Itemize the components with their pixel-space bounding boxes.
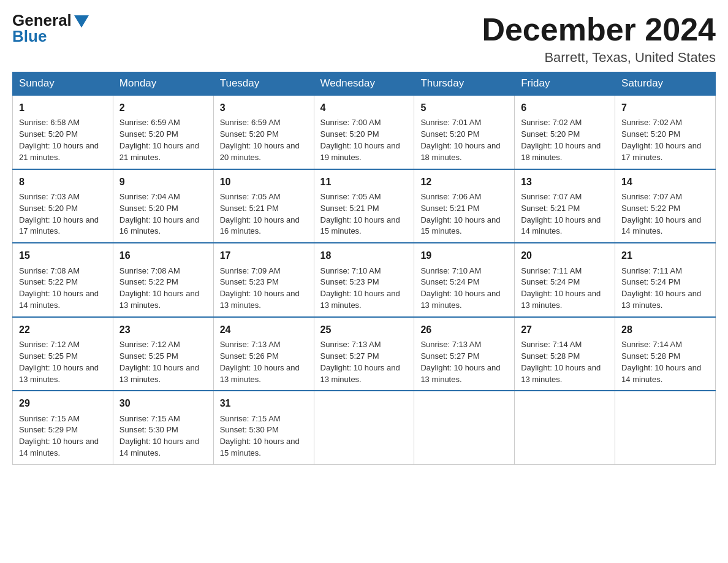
day-number: 23 [119,323,207,337]
day-info: Sunrise: 7:09 AMSunset: 5:23 PMDaylight:… [220,266,308,312]
week-row-4: 22Sunrise: 7:12 AMSunset: 5:25 PMDayligh… [13,317,716,391]
day-number: 30 [119,396,207,410]
day-number: 27 [521,323,609,337]
day-info: Sunrise: 7:14 AMSunset: 5:28 PMDaylight:… [621,339,709,385]
calendar-header-row: SundayMondayTuesdayWednesdayThursdayFrid… [13,72,716,96]
week-row-3: 15Sunrise: 7:08 AMSunset: 5:22 PMDayligh… [13,243,716,317]
calendar-cell: 12Sunrise: 7:06 AMSunset: 5:21 PMDayligh… [414,169,515,243]
calendar-cell [414,391,515,464]
calendar-cell: 11Sunrise: 7:05 AMSunset: 5:21 PMDayligh… [314,169,414,243]
calendar-cell: 4Sunrise: 7:00 AMSunset: 5:20 PMDaylight… [314,95,414,169]
week-row-1: 1Sunrise: 6:58 AMSunset: 5:20 PMDaylight… [13,95,716,169]
day-info: Sunrise: 7:08 AMSunset: 5:22 PMDaylight:… [119,266,207,312]
calendar-cell: 15Sunrise: 7:08 AMSunset: 5:22 PMDayligh… [13,243,113,317]
calendar-cell: 9Sunrise: 7:04 AMSunset: 5:20 PMDaylight… [113,169,213,243]
logo: General Blue [12,12,89,44]
calendar-cell [314,391,414,464]
day-number: 16 [119,248,207,262]
calendar-cell: 23Sunrise: 7:12 AMSunset: 5:25 PMDayligh… [113,317,213,391]
calendar-cell: 3Sunrise: 6:59 AMSunset: 5:20 PMDaylight… [213,95,314,169]
day-number: 26 [420,323,508,337]
day-info: Sunrise: 7:02 AMSunset: 5:20 PMDaylight:… [521,117,609,163]
calendar-cell: 2Sunrise: 6:59 AMSunset: 5:20 PMDaylight… [113,95,213,169]
calendar-cell: 8Sunrise: 7:03 AMSunset: 5:20 PMDaylight… [13,169,113,243]
day-number: 11 [320,175,408,189]
header-sunday: Sunday [13,72,113,96]
day-number: 28 [621,323,709,337]
day-info: Sunrise: 7:03 AMSunset: 5:20 PMDaylight:… [19,191,107,237]
calendar-cell [615,391,716,464]
day-info: Sunrise: 7:15 AMSunset: 5:30 PMDaylight:… [220,413,308,459]
week-row-5: 29Sunrise: 7:15 AMSunset: 5:29 PMDayligh… [13,391,716,464]
day-number: 9 [119,175,207,189]
week-row-2: 8Sunrise: 7:03 AMSunset: 5:20 PMDaylight… [13,169,716,243]
day-number: 25 [320,323,408,337]
calendar-cell: 24Sunrise: 7:13 AMSunset: 5:26 PMDayligh… [213,317,314,391]
day-info: Sunrise: 7:00 AMSunset: 5:20 PMDaylight:… [320,117,408,163]
day-number: 2 [119,101,207,115]
day-info: Sunrise: 7:14 AMSunset: 5:28 PMDaylight:… [521,339,609,385]
day-number: 14 [621,175,709,189]
day-number: 22 [19,323,107,337]
day-number: 7 [621,101,709,115]
calendar-cell: 19Sunrise: 7:10 AMSunset: 5:24 PMDayligh… [414,243,515,317]
day-number: 3 [220,101,308,115]
day-number: 10 [220,175,308,189]
logo-blue: Blue [12,28,47,44]
day-info: Sunrise: 7:02 AMSunset: 5:20 PMDaylight:… [621,117,709,163]
day-number: 19 [420,248,508,262]
calendar-cell: 21Sunrise: 7:11 AMSunset: 5:24 PMDayligh… [615,243,716,317]
page-header: General Blue December 2024 Barrett, Texa… [12,12,716,66]
day-number: 21 [621,248,709,262]
calendar-cell: 7Sunrise: 7:02 AMSunset: 5:20 PMDaylight… [615,95,716,169]
day-info: Sunrise: 7:15 AMSunset: 5:29 PMDaylight:… [19,413,107,459]
day-number: 1 [19,101,107,115]
calendar-cell: 25Sunrise: 7:13 AMSunset: 5:27 PMDayligh… [314,317,414,391]
day-number: 6 [521,101,609,115]
calendar-cell: 17Sunrise: 7:09 AMSunset: 5:23 PMDayligh… [213,243,314,317]
calendar-cell [515,391,615,464]
day-info: Sunrise: 7:01 AMSunset: 5:20 PMDaylight:… [420,117,508,163]
day-number: 24 [220,323,308,337]
day-info: Sunrise: 7:10 AMSunset: 5:24 PMDaylight:… [420,266,508,312]
day-number: 17 [220,248,308,262]
calendar-cell: 27Sunrise: 7:14 AMSunset: 5:28 PMDayligh… [515,317,615,391]
header-saturday: Saturday [615,72,716,96]
logo-triangle-icon [74,15,89,28]
header-thursday: Thursday [414,72,515,96]
day-number: 29 [19,396,107,410]
calendar-cell: 18Sunrise: 7:10 AMSunset: 5:23 PMDayligh… [314,243,414,317]
calendar-cell: 5Sunrise: 7:01 AMSunset: 5:20 PMDaylight… [414,95,515,169]
day-number: 13 [521,175,609,189]
day-info: Sunrise: 6:59 AMSunset: 5:20 PMDaylight:… [119,117,207,163]
day-info: Sunrise: 7:04 AMSunset: 5:20 PMDaylight:… [119,191,207,237]
day-info: Sunrise: 7:11 AMSunset: 5:24 PMDaylight:… [521,266,609,312]
day-info: Sunrise: 7:10 AMSunset: 5:23 PMDaylight:… [320,266,408,312]
calendar-cell: 13Sunrise: 7:07 AMSunset: 5:21 PMDayligh… [515,169,615,243]
calendar-cell: 6Sunrise: 7:02 AMSunset: 5:20 PMDaylight… [515,95,615,169]
calendar-cell: 14Sunrise: 7:07 AMSunset: 5:22 PMDayligh… [615,169,716,243]
calendar-table: SundayMondayTuesdayWednesdayThursdayFrid… [12,72,716,465]
calendar-title: December 2024 [482,12,716,47]
day-info: Sunrise: 7:06 AMSunset: 5:21 PMDaylight:… [420,191,508,237]
header-friday: Friday [515,72,615,96]
calendar-cell: 10Sunrise: 7:05 AMSunset: 5:21 PMDayligh… [213,169,314,243]
day-info: Sunrise: 7:12 AMSunset: 5:25 PMDaylight:… [19,339,107,385]
calendar-cell: 20Sunrise: 7:11 AMSunset: 5:24 PMDayligh… [515,243,615,317]
day-info: Sunrise: 7:08 AMSunset: 5:22 PMDaylight:… [19,266,107,312]
day-info: Sunrise: 7:13 AMSunset: 5:26 PMDaylight:… [220,339,308,385]
calendar-cell: 26Sunrise: 7:13 AMSunset: 5:27 PMDayligh… [414,317,515,391]
day-info: Sunrise: 6:58 AMSunset: 5:20 PMDaylight:… [19,117,107,163]
day-number: 15 [19,248,107,262]
logo-general: General [12,12,72,28]
calendar-cell: 16Sunrise: 7:08 AMSunset: 5:22 PMDayligh… [113,243,213,317]
title-area: December 2024 Barrett, Texas, United Sta… [482,12,716,66]
calendar-cell: 1Sunrise: 6:58 AMSunset: 5:20 PMDaylight… [13,95,113,169]
calendar-cell: 30Sunrise: 7:15 AMSunset: 5:30 PMDayligh… [113,391,213,464]
calendar-cell: 31Sunrise: 7:15 AMSunset: 5:30 PMDayligh… [213,391,314,464]
day-info: Sunrise: 7:05 AMSunset: 5:21 PMDaylight:… [320,191,408,237]
day-number: 18 [320,248,408,262]
day-info: Sunrise: 7:11 AMSunset: 5:24 PMDaylight:… [621,266,709,312]
day-info: Sunrise: 7:12 AMSunset: 5:25 PMDaylight:… [119,339,207,385]
calendar-cell: 29Sunrise: 7:15 AMSunset: 5:29 PMDayligh… [13,391,113,464]
